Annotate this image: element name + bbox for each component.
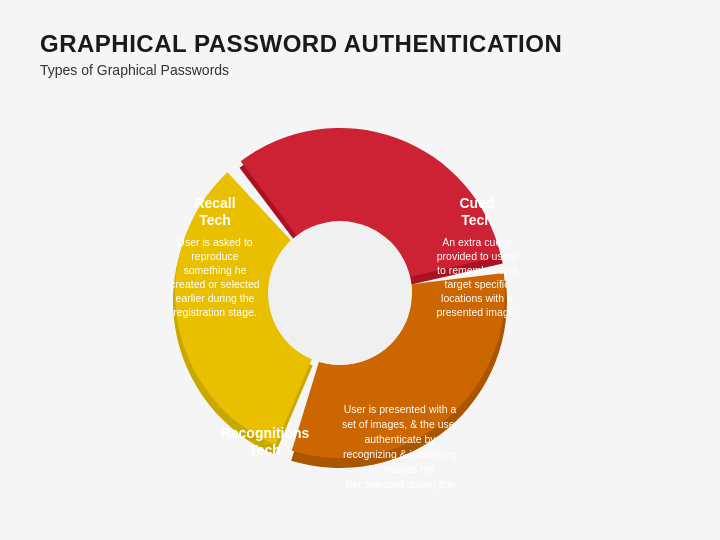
recog-desc-2: set of images, & the user xyxy=(342,418,459,430)
cued-desc-5: locations with a xyxy=(441,292,513,304)
recall-desc-1: User is asked to xyxy=(177,236,252,248)
recall-desc-5: earlier during the xyxy=(176,292,255,304)
center-circle xyxy=(268,221,412,365)
recall-title-line2: Tech xyxy=(199,212,231,228)
recall-desc-3: something he xyxy=(183,264,246,276)
cued-desc-6: presented image. xyxy=(436,306,517,318)
cued-desc-1: An extra cue is xyxy=(442,236,511,248)
main-content: Recall Tech User is asked to reproduce s… xyxy=(40,98,680,518)
slide-title: GRAPHICAL PASSWORD AUTHENTICATION xyxy=(40,30,680,58)
cued-title-line2: Tech xyxy=(461,212,493,228)
slide-subtitle: Types of Graphical Passwords xyxy=(40,62,680,78)
cued-title-line1: Cued xyxy=(460,195,495,211)
recog-desc-3: authenticate by xyxy=(364,433,436,445)
slide: GRAPHICAL PASSWORD AUTHENTICATION Types … xyxy=(0,0,720,540)
recog-desc-1: User is presented with a xyxy=(344,403,457,415)
recog-title-line1: Recognitions xyxy=(221,425,310,441)
recall-desc-6: registration stage. xyxy=(173,306,256,318)
cued-desc-4: target specific xyxy=(445,278,510,290)
recall-title-line1: Recall xyxy=(194,195,235,211)
recog-desc-4: recognizing & identifying xyxy=(343,448,457,460)
cued-desc-2: provided to users xyxy=(437,250,518,262)
recog-desc-6: her selected during the xyxy=(347,478,454,490)
recog-desc-5: the images he/ xyxy=(366,463,435,475)
cued-desc-3: to remember and xyxy=(437,264,517,276)
recall-desc-4: created or selected xyxy=(170,278,259,290)
recog-title-line2: Tech xyxy=(249,442,281,458)
pie-chart-svg: Recall Tech User is asked to reproduce s… xyxy=(40,98,680,498)
recall-desc-2: reproduce xyxy=(191,250,238,262)
